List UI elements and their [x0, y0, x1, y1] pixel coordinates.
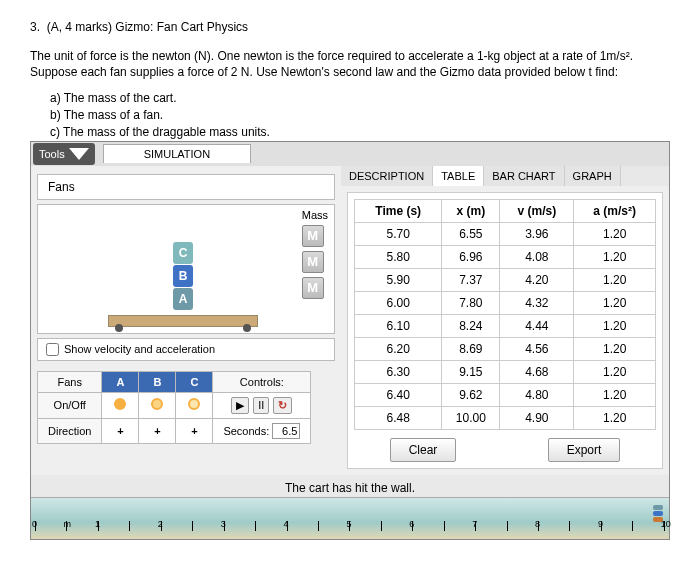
simulation-tab[interactable]: SIMULATION: [103, 144, 251, 163]
col-a: a (m/s²): [574, 199, 656, 222]
dir-b[interactable]: +: [139, 418, 176, 443]
reset-icon[interactable]: ↻: [273, 397, 292, 414]
table-row: 6.208.694.561.20: [355, 337, 656, 360]
question-number: 3.: [30, 20, 40, 34]
row-fans-label: Fans: [38, 371, 102, 392]
controls-label: Controls:: [213, 371, 311, 392]
row-onoff-label: On/Off: [38, 392, 102, 418]
table-row: 6.4810.004.901.20: [355, 406, 656, 429]
table-row: 6.409.624.801.20: [355, 383, 656, 406]
col-time: Time (s): [355, 199, 442, 222]
play-controls[interactable]: ▶II↻: [213, 392, 311, 418]
dir-a[interactable]: +: [102, 418, 139, 443]
table-row: 6.309.154.681.20: [355, 360, 656, 383]
fans-panel-title: Fans: [37, 174, 335, 200]
dir-c[interactable]: +: [176, 418, 213, 443]
onoff-b[interactable]: [139, 392, 176, 418]
fan-col-b[interactable]: B: [139, 371, 176, 392]
play-icon[interactable]: ▶: [231, 397, 249, 414]
ruler: 0m12345678910: [31, 497, 669, 539]
tools-menu[interactable]: Tools: [33, 143, 95, 165]
fan-a[interactable]: A: [173, 288, 193, 310]
tab-table[interactable]: TABLE: [433, 166, 484, 186]
fan-b[interactable]: B: [173, 265, 193, 287]
table-row: 5.806.964.081.20: [355, 245, 656, 268]
col-x: x (m): [442, 199, 500, 222]
col-v: v (m/s): [500, 199, 574, 222]
part-b: b) The mass of a fan.: [50, 107, 670, 124]
seconds-cell: Seconds:: [213, 418, 311, 443]
hit-wall-message: The cart has hit the wall.: [31, 475, 669, 497]
table-row: 5.907.374.201.20: [355, 268, 656, 291]
data-table: Time (s) x (m) v (m/s) a (m/s²) 5.706.55…: [354, 199, 656, 430]
part-c: c) The mass of the draggable mass units.: [50, 124, 670, 141]
tab-description[interactable]: DESCRIPTION: [341, 166, 433, 186]
onoff-c[interactable]: [176, 392, 213, 418]
fan-c[interactable]: C: [173, 242, 193, 264]
table-row: 6.007.804.321.20: [355, 291, 656, 314]
mass-unit[interactable]: M: [302, 251, 324, 273]
fan-col-c[interactable]: C: [176, 371, 213, 392]
question-meta: (A, 4 marks) Gizmo: Fan Cart Physics: [47, 20, 248, 34]
mass-unit[interactable]: M: [302, 225, 324, 247]
fan-col-a[interactable]: A: [102, 371, 139, 392]
part-a: a) The mass of the cart.: [50, 90, 670, 107]
show-velocity-label: Show velocity and acceleration: [64, 343, 215, 355]
mass-label: Mass: [302, 209, 328, 221]
cart-stage[interactable]: Mass M M M C B A: [37, 204, 335, 334]
seconds-input[interactable]: [272, 423, 300, 439]
mass-unit[interactable]: M: [302, 277, 324, 299]
cart[interactable]: C B A: [108, 247, 258, 327]
table-row: 6.108.244.441.20: [355, 314, 656, 337]
onoff-a[interactable]: [102, 392, 139, 418]
show-velocity-checkbox[interactable]: [46, 343, 59, 356]
export-button[interactable]: Export: [548, 438, 621, 462]
row-direction-label: Direction: [38, 418, 102, 443]
question-intro: The unit of force is the newton (N). One…: [30, 48, 670, 80]
clear-button[interactable]: Clear: [390, 438, 457, 462]
tab-bar-chart[interactable]: BAR CHART: [484, 166, 564, 186]
pause-icon[interactable]: II: [253, 397, 269, 414]
table-row: 5.706.553.961.20: [355, 222, 656, 245]
tab-graph[interactable]: GRAPH: [565, 166, 621, 186]
